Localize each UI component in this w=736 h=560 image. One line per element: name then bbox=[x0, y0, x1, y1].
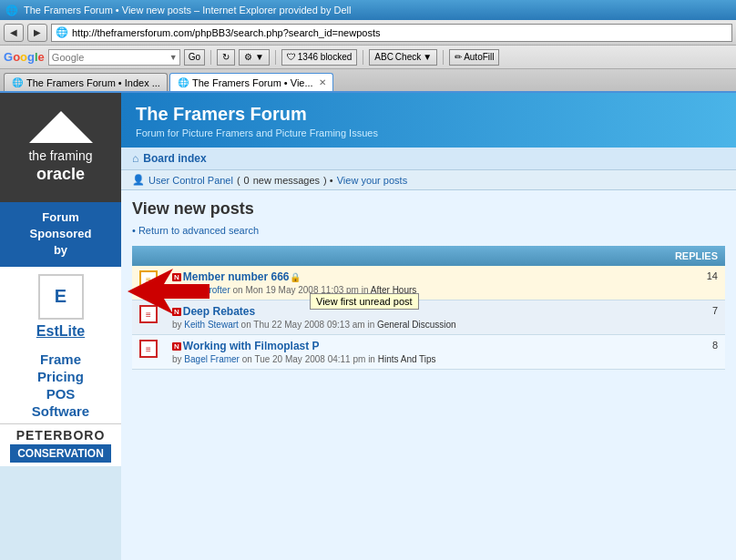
replies-column-header: REPLIES bbox=[668, 246, 725, 266]
conservation-button[interactable]: CONSERVATION bbox=[10, 444, 111, 463]
forum-title: The Framers Forum bbox=[136, 104, 721, 125]
user-control-panel-link[interactable]: User Control Panel bbox=[148, 175, 233, 186]
separator-3 bbox=[363, 50, 363, 65]
table-row: ≡ NDeep Rebates by Keith Stewart on Thu … bbox=[132, 300, 725, 335]
forward-button[interactable]: ▶ bbox=[27, 24, 47, 42]
forum-text: ForumSponsoredby bbox=[30, 210, 92, 257]
blocked-text: 1346 blocked bbox=[298, 52, 353, 62]
estlite-link[interactable]: EstLite bbox=[36, 323, 85, 340]
address-text: http://theframersforum.com/phpBB3/search… bbox=[72, 27, 380, 38]
sidebar-logo: the framing oracle bbox=[0, 93, 121, 202]
peterboro-label: PETERBORO bbox=[16, 428, 106, 443]
forum-subtitle: Forum for Picture Framers and Picture Fr… bbox=[136, 127, 721, 138]
tab-index-label: The Framers Forum • Index ... bbox=[26, 77, 160, 88]
sidebar: the framing oracle ForumSponsoredby Ε Es… bbox=[0, 93, 121, 560]
new-messages-count: 0 bbox=[244, 175, 250, 186]
google-toolbar: Google ▼ Go ↻ ⚙ ▼ 🛡 1346 blocked ABC Che… bbox=[0, 46, 736, 69]
new-messages-text: new messages bbox=[253, 175, 320, 186]
autofill-icon: ✏ bbox=[455, 52, 462, 62]
tab-view-posts[interactable]: 🌐 The Framers Forum • Vie... ✕ bbox=[169, 73, 333, 91]
user-icon: 👤 bbox=[132, 174, 145, 186]
author-link[interactable]: Bagel Framer bbox=[184, 354, 240, 364]
back-button[interactable]: ◀ bbox=[4, 24, 24, 42]
browser-icon: 🌐 bbox=[5, 5, 18, 16]
return-link[interactable]: Return to advanced search bbox=[132, 225, 259, 236]
separator-1 bbox=[210, 50, 211, 65]
refresh-button[interactable]: ↻ bbox=[217, 49, 235, 66]
estlite-icon[interactable]: Ε bbox=[38, 274, 84, 320]
user-bar-separator2: ) • bbox=[323, 175, 333, 186]
view-posts-link[interactable]: View your posts bbox=[337, 175, 407, 186]
logo-triangle-icon bbox=[29, 111, 93, 143]
table-header: REPLIES bbox=[132, 246, 725, 266]
table-row: ≡ NMember number 666🔒 by The Crofter on … bbox=[132, 266, 725, 300]
red-arrow-icon bbox=[123, 264, 214, 319]
tab-view-icon: 🌐 bbox=[178, 77, 189, 87]
post-title-link[interactable]: NWorking with Filmoplast P bbox=[172, 340, 320, 352]
software-link[interactable]: Software bbox=[32, 403, 89, 419]
page-title: View new posts bbox=[132, 199, 725, 219]
posts-list: ≡ NMember number 666🔒 by The Crofter on … bbox=[132, 266, 725, 370]
svg-marker-0 bbox=[128, 269, 210, 314]
post-title-cell: NWorking with Filmoplast P by Bagel Fram… bbox=[165, 335, 668, 370]
breadcrumb-bar: ⌂ Board index bbox=[121, 148, 736, 170]
frame-link[interactable]: Frame bbox=[40, 351, 81, 367]
browser-titlebar: 🌐 The Framers Forum • View new posts – I… bbox=[0, 0, 736, 20]
content-area: View new posts Return to advanced search… bbox=[121, 190, 736, 560]
blocked-badge: 🛡 1346 blocked bbox=[281, 49, 358, 66]
replies-count: 7 bbox=[668, 300, 725, 335]
new-badge: N bbox=[172, 342, 181, 351]
titlebar-text: The Framers Forum • View new posts – Int… bbox=[24, 5, 351, 15]
forum-header: The Framers Forum Forum for Picture Fram… bbox=[121, 93, 736, 148]
home-icon: ⌂ bbox=[132, 152, 138, 165]
separator-2 bbox=[275, 50, 276, 65]
post-category: General Discussion bbox=[377, 320, 456, 330]
separator-4 bbox=[443, 50, 444, 65]
tabs-bar: 🌐 The Framers Forum • Index ... 🌐 The Fr… bbox=[0, 69, 736, 93]
page-body: the framing oracle ForumSponsoredby Ε Es… bbox=[0, 93, 736, 560]
post-icon-button[interactable]: ≡ bbox=[139, 340, 158, 358]
locked-icon: 🔒 bbox=[290, 272, 301, 282]
options-button[interactable]: ⚙ ▼ bbox=[239, 49, 270, 66]
main-content: The Framers Forum Forum for Picture Fram… bbox=[121, 93, 736, 560]
tab-index-icon: 🌐 bbox=[12, 77, 23, 87]
board-index-link[interactable]: Board index bbox=[143, 152, 206, 165]
estlite-e-icon: Ε bbox=[55, 286, 66, 307]
address-bar: 🌐 http://theframersforum.com/phpBB3/sear… bbox=[51, 24, 732, 42]
check-button[interactable]: ABC Check ▼ bbox=[369, 49, 437, 66]
pricing-link[interactable]: Pricing bbox=[37, 369, 84, 384]
posts-table-container: REPLIES ≡ NMember number 666🔒 by The Cro… bbox=[132, 246, 725, 370]
search-dropdown-icon[interactable]: ▼ bbox=[168, 53, 179, 62]
logo-text-framing: the framing bbox=[28, 148, 92, 164]
estlite-section: Ε EstLite bbox=[0, 267, 121, 347]
replies-count: 14 bbox=[668, 266, 725, 300]
post-meta: by The Crofter on Mon 19 May 2008 11:03 … bbox=[172, 285, 660, 295]
peterboro-section: PETERBORO CONSERVATION bbox=[0, 423, 121, 466]
google-search-input[interactable] bbox=[49, 52, 168, 63]
tab-view-label: The Framers Forum • Vie... bbox=[192, 77, 313, 88]
topic-column-header bbox=[132, 246, 668, 266]
user-bar: 👤 User Control Panel ( 0 new messages ) … bbox=[121, 170, 736, 190]
post-icon-cell: ≡ bbox=[132, 335, 165, 370]
google-search-box[interactable]: ▼ bbox=[48, 49, 180, 66]
posts-table: REPLIES ≡ NMember number 666🔒 by The Cro… bbox=[132, 246, 725, 370]
post-category: After Hours bbox=[371, 285, 417, 295]
tab-close-button[interactable]: ✕ bbox=[319, 77, 326, 87]
go-button[interactable]: Go bbox=[184, 49, 205, 66]
pos-link[interactable]: POS bbox=[46, 386, 76, 402]
table-row: ≡ NWorking with Filmoplast P by Bagel Fr… bbox=[132, 335, 725, 370]
post-title-cell: NDeep Rebates by Keith Stewart on Thu 22… bbox=[165, 300, 668, 335]
post-meta: by Keith Stewart on Thu 22 May 2008 09:1… bbox=[172, 320, 660, 330]
author-link[interactable]: Keith Stewart bbox=[184, 320, 238, 330]
google-logo: Google bbox=[4, 50, 45, 64]
check-icon: ABC bbox=[374, 52, 394, 62]
tab-index[interactable]: 🌐 The Framers Forum • Index ... bbox=[4, 73, 168, 91]
address-icon: 🌐 bbox=[56, 26, 68, 38]
user-bar-separator: ( bbox=[237, 175, 240, 186]
autofill-button[interactable]: ✏ AutoFill bbox=[449, 49, 499, 66]
nav-toolbar: ◀ ▶ 🌐 http://theframersforum.com/phpBB3/… bbox=[0, 20, 736, 46]
post-title-cell: NMember number 666🔒 by The Crofter on Mo… bbox=[165, 266, 668, 300]
post-meta: by Bagel Framer on Tue 20 May 2008 04:11… bbox=[172, 354, 660, 364]
post-category: Hints And Tips bbox=[378, 354, 436, 364]
sidebar-links: Frame Pricing POS Software bbox=[0, 347, 121, 423]
